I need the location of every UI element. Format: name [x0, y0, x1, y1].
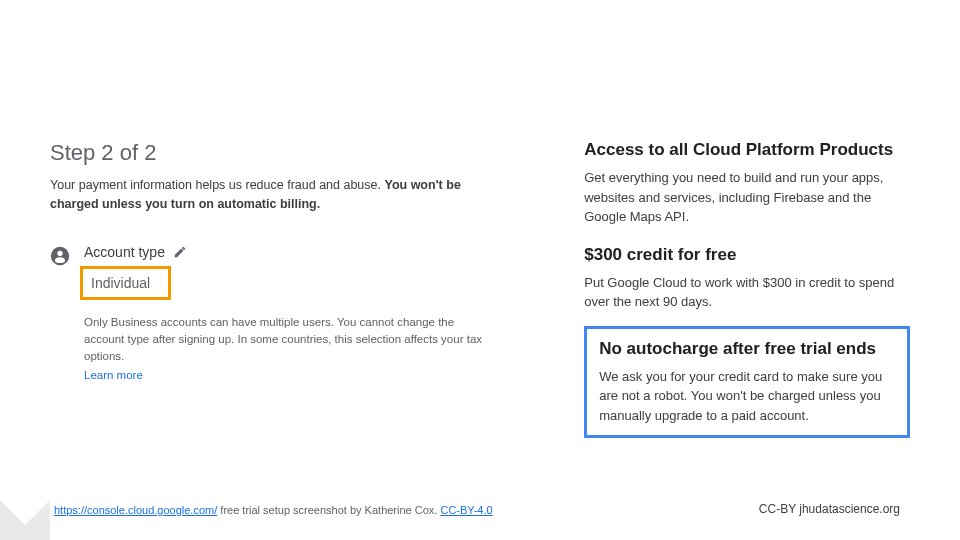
benefit-3-title: No autocharge after free trial ends: [599, 339, 895, 359]
account-type-label: Account type: [84, 244, 165, 260]
account-type-section: Account type Individual Only Business ac…: [50, 244, 494, 382]
left-column: Step 2 of 2 Your payment information hel…: [50, 140, 494, 438]
footer-attribution: https://console.cloud.google.com/ free t…: [54, 504, 493, 516]
benefit-3-body: We ask you for your credit card to make …: [599, 367, 895, 426]
step-desc-plain: Your payment information helps us reduce…: [50, 178, 384, 192]
license-link[interactable]: CC-BY-4.0: [440, 504, 492, 516]
account-type-value: Individual: [80, 266, 171, 300]
step-description: Your payment information helps us reduce…: [50, 176, 494, 214]
right-column: Access to all Cloud Platform Products Ge…: [584, 140, 910, 438]
svg-point-1: [57, 250, 62, 255]
credit-text: free trial setup screenshot by Katherine…: [217, 504, 440, 516]
footer-brand: CC-BY jhudatascience.org: [759, 502, 900, 516]
benefit-2-title: $300 credit for free: [584, 245, 910, 265]
decorative-corner: [0, 490, 50, 540]
no-autocharge-highlight: No autocharge after free trial ends We a…: [584, 326, 910, 439]
edit-icon[interactable]: [173, 245, 187, 259]
benefit-1-body: Get everything you need to build and run…: [584, 168, 910, 227]
person-icon: [50, 246, 70, 266]
account-type-note: Only Business accounts can have multiple…: [84, 314, 494, 366]
benefit-1-title: Access to all Cloud Platform Products: [584, 140, 910, 160]
source-url-link[interactable]: https://console.cloud.google.com/: [54, 504, 217, 516]
benefit-2-body: Put Google Cloud to work with $300 in cr…: [584, 273, 910, 312]
learn-more-link[interactable]: Learn more: [84, 369, 494, 381]
step-title: Step 2 of 2: [50, 140, 494, 166]
